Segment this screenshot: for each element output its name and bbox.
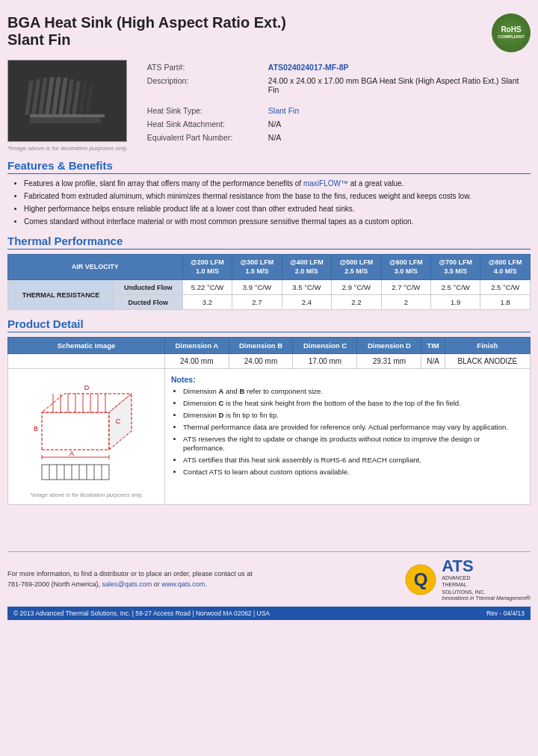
th-finish: Finish: [445, 338, 530, 354]
contact-web[interactable]: www.qats.com: [161, 580, 205, 588]
svg-text:Q: Q: [414, 569, 428, 589]
svg-rect-30: [42, 465, 109, 480]
copyright-bar: © 2013 Advanced Thermal Solutions, Inc. …: [7, 607, 531, 620]
svg-rect-11: [30, 114, 105, 117]
note-1: Dimension A and B refer to component siz…: [183, 387, 524, 397]
note-5: ATS reserves the right to update or chan…: [183, 435, 524, 454]
rohs-badge: RoHS COMPLIANT: [492, 13, 531, 52]
features-list: Features a low profile, slant fin array …: [7, 179, 531, 227]
th-tim: TIM: [421, 338, 445, 354]
note-4: Thermal performance data are provided fo…: [183, 423, 524, 433]
dim-c-val: 17.00 mm: [293, 354, 357, 369]
description-value: 24.00 x 24.00 x 17.00 mm BGA Heat Sink (…: [265, 75, 529, 96]
title-line1: BGA Heat Sink (High Aspect Ratio Ext.): [7, 13, 286, 31]
copyright-text: © 2013 Advanced Thermal Solutions, Inc. …: [13, 610, 270, 617]
unducted-200: 5.22 °C/W: [182, 280, 232, 295]
tim-val: N/A: [421, 354, 445, 369]
image-note: *Image above is for illustration purpose…: [7, 145, 128, 152]
description-label: Description:: [144, 75, 264, 96]
col-200: @200 LFM1.0 M/S: [182, 255, 232, 280]
col-600: @600 LFM3.0 M/S: [381, 255, 430, 280]
th-dim-a: Dimension A: [165, 338, 229, 354]
ducted-700: 1.9: [431, 295, 480, 310]
product-info-row: *Image above is for illustration purpose…: [7, 60, 531, 152]
schematic-image-cell: A B C D: [8, 369, 165, 505]
header: BGA Heat Sink (High Aspect Ratio Ext.) S…: [7, 13, 531, 52]
part-label: ATS Part#:: [144, 61, 264, 73]
contact-line2: 781-769-2000 (North America), sales@qats…: [7, 580, 253, 590]
note-7: Contact ATS to learn about custom option…: [183, 468, 524, 477]
col-400: @400 LFM2.0 M/S: [282, 255, 331, 280]
unducted-800: 2.5 °C/W: [480, 280, 531, 295]
ducted-800: 1.8: [480, 295, 531, 310]
equiv-value: N/A: [265, 131, 529, 143]
svg-text:B: B: [33, 425, 37, 433]
contact-line1: For more information, to find a distribu…: [7, 569, 253, 580]
note-2: Dimension C is the heat sink height from…: [183, 399, 524, 409]
svg-marker-12: [42, 412, 109, 450]
heatsink-svg: [15, 66, 120, 137]
schematic-note: *Image above is for illustration purpose…: [14, 492, 158, 498]
equiv-label: Equivalent Part Number:: [144, 131, 264, 143]
ats-tagline: Innovations in Thermal Management®: [442, 595, 531, 601]
maxiflow-link: maxiFLOW™: [303, 179, 348, 188]
feature-item-1: Features a low profile, slant fin array …: [24, 179, 531, 189]
thermal-table: AIR VELOCITY @200 LFM1.0 M/S @300 LFM1.5…: [7, 254, 531, 310]
finish-val: BLACK ANODIZE: [445, 354, 530, 369]
footer-content: For more information, to find a distribu…: [7, 558, 531, 600]
dim-d-val: 29.31 mm: [357, 354, 421, 369]
title-block: BGA Heat Sink (High Aspect Ratio Ext.) S…: [7, 13, 286, 49]
col-500: @500 LFM2.5 M/S: [332, 255, 381, 280]
product-detail-title: Product Detail: [7, 317, 531, 332]
ats-q-logo: Q: [404, 563, 437, 596]
contact-email[interactable]: sales@qats.com: [102, 580, 152, 588]
dim-values-blank: [8, 354, 165, 369]
svg-text:D: D: [84, 384, 89, 391]
feature-item-4: Comes standard without interface materia…: [24, 217, 531, 227]
th-schematic: Schematic Image: [8, 338, 165, 354]
page-number: Rev - 04/4/13: [486, 610, 525, 617]
thermal-title: Thermal Performance: [7, 235, 531, 250]
notes-list: Dimension A and B refer to component siz…: [171, 387, 524, 477]
th-dim-d: Dimension D: [357, 338, 421, 354]
ducted-500: 2.2: [332, 295, 381, 310]
type-label: Heat Sink Type:: [144, 105, 264, 117]
ats-logo-text: ATS ADVANCED THERMAL SOLUTIONS, INC. Inn…: [442, 558, 531, 600]
col-300: @300 LFM1.5 M/S: [232, 255, 282, 280]
ats-letters: ATS: [442, 558, 531, 574]
notes-title: Notes:: [171, 375, 524, 384]
title-line2: Slant Fin: [7, 31, 286, 49]
dim-a-val: 24.00 mm: [165, 354, 229, 369]
footer-divider: [7, 551, 531, 552]
notes-cell: Notes: Dimension A and B refer to compon…: [165, 369, 531, 505]
unducted-500: 2.9 °C/W: [332, 280, 381, 295]
thermal-resistance-label: THERMAL RESISTANCE: [8, 280, 114, 310]
th-dim-b: Dimension B: [229, 338, 293, 354]
part-number: ATS024024017-MF-8P: [265, 61, 529, 73]
product-image: [7, 60, 127, 142]
ducted-300: 2.7: [232, 295, 282, 310]
unducted-700: 2.5 °C/W: [431, 280, 480, 295]
unducted-600: 2.7 °C/W: [381, 280, 430, 295]
note-6: ATS certifies that this heat sink assemb…: [183, 456, 524, 465]
note-3: Dimension D is fin tip to fin tip.: [183, 411, 524, 421]
schematic-svg: A B C D: [19, 375, 154, 487]
feature-item-3: Higher performance helps ensure reliable…: [24, 204, 531, 214]
spec-table: ATS Part#: ATS024024017-MF-8P Descriptio…: [143, 60, 531, 145]
col-700: @700 LFM3.5 M/S: [431, 255, 480, 280]
features-title: Features & Benefits: [7, 159, 531, 174]
product-specs: ATS Part#: ATS024024017-MF-8P Descriptio…: [143, 60, 531, 152]
unducted-400: 3.5 °C/W: [282, 280, 331, 295]
ducted-600: 2: [381, 295, 430, 310]
footer-contact: For more information, to find a distribu…: [7, 569, 253, 589]
air-velocity-header: AIR VELOCITY: [8, 255, 183, 280]
col-800: @800 LFM4.0 M/S: [480, 255, 531, 280]
footer-logo: Q ATS ADVANCED THERMAL SOLUTIONS, INC. I…: [404, 558, 531, 600]
dim-b-val: 24.00 mm: [229, 354, 293, 369]
svg-text:C: C: [115, 418, 120, 425]
type-value: Slant Fin: [265, 105, 529, 117]
attachment-value: N/A: [265, 118, 529, 130]
attachment-label: Heat Sink Attachment:: [144, 118, 264, 130]
ducted-label: Ducted Flow: [114, 295, 183, 310]
th-dim-c: Dimension C: [293, 338, 357, 354]
